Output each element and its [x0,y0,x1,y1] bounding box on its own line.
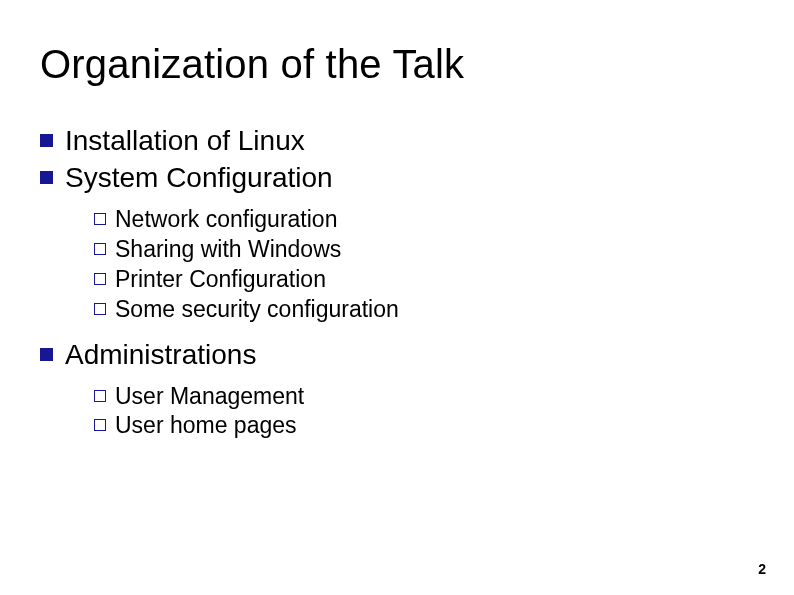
list-item-label: Administrations [65,337,256,372]
list-item-label: Installation of Linux [65,123,305,158]
list-item-label: Sharing with Windows [115,235,341,265]
list-item: System Configuration [40,160,754,195]
list-item: User Management [94,382,754,412]
hollow-square-bullet-icon [94,303,106,315]
list-item: Printer Configuration [94,265,754,295]
list-item: Sharing with Windows [94,235,754,265]
list-item: Administrations [40,337,754,372]
hollow-square-bullet-icon [94,213,106,225]
hollow-square-bullet-icon [94,273,106,285]
list-item: Network configuration [94,205,754,235]
list-item-label: Some security configuration [115,295,399,325]
list-item-label: User Management [115,382,304,412]
bullet-list: Installation of Linux System Configurati… [40,123,754,195]
list-item: Installation of Linux [40,123,754,158]
square-bullet-icon [40,171,53,184]
sub-bullet-list: User Management User home pages [94,382,754,442]
hollow-square-bullet-icon [94,419,106,431]
list-item-label: Network configuration [115,205,337,235]
list-item: Some security configuration [94,295,754,325]
square-bullet-icon [40,134,53,147]
list-item-label: User home pages [115,411,297,441]
square-bullet-icon [40,348,53,361]
list-item-label: Printer Configuration [115,265,326,295]
hollow-square-bullet-icon [94,243,106,255]
slide-title: Organization of the Talk [40,42,754,87]
bullet-list: Administrations [40,337,754,372]
hollow-square-bullet-icon [94,390,106,402]
sub-bullet-list: Network configuration Sharing with Windo… [94,205,754,325]
page-number: 2 [758,561,766,577]
list-item: User home pages [94,411,754,441]
list-item-label: System Configuration [65,160,333,195]
